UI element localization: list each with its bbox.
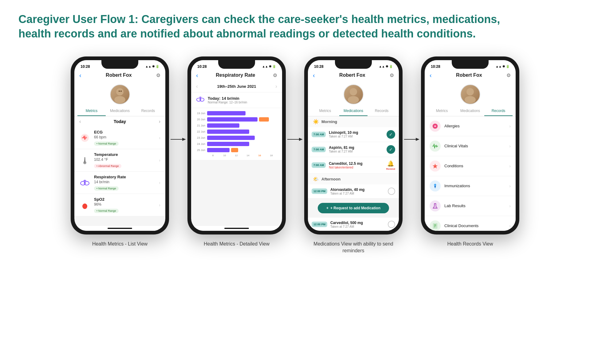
phone2: 10:28 ▲▲ ❋ 🔋 ‹ Respiratory Rate ⚙ ‹ 19th… <box>187 56 286 234</box>
phone3-tab-records[interactable]: Records <box>368 106 396 116</box>
temperature-name: Temperature <box>94 152 155 157</box>
add-med-label: + Request to add Medication <box>330 206 380 210</box>
phone4-tab-records[interactable]: Records <box>484 106 513 116</box>
respiratory-name: Respiratory Rate <box>94 175 155 179</box>
phone3-tab-metrics[interactable]: Metrics <box>311 106 339 116</box>
sun-afternoon-icon: 🌤️ <box>313 176 319 182</box>
temperature-arrow: › <box>159 158 160 163</box>
med3-status: Not taken/entered <box>329 166 383 169</box>
record-clinical-documents[interactable]: Clinical Documents › <box>425 216 516 231</box>
phone2-notch <box>218 60 255 69</box>
svg-rect-7 <box>85 160 85 163</box>
clinical-documents-icon <box>430 220 441 231</box>
phone1-tab-records[interactable]: Records <box>134 106 162 116</box>
phone3-avatar <box>344 84 364 104</box>
phone2-next-arrow[interactable]: › <box>275 83 277 90</box>
phone4-nav: ‹ Robert Fox ⚙ <box>425 70 516 81</box>
respiratory-arrow: › <box>159 180 160 185</box>
metric-ecg[interactable]: ECG 66 bpm Normal Range › <box>74 127 165 149</box>
phone1-back-icon[interactable]: ‹ <box>79 72 81 79</box>
med-lisinopril[interactable]: 7:00 AM Lisinopril, 10 mg Taken at 7:27 … <box>308 127 399 142</box>
record-immunizations[interactable]: Immunizations › <box>425 176 516 196</box>
phone3-morning-header: ☀️ Morning <box>308 116 399 127</box>
remind-label[interactable]: Remind <box>386 168 395 170</box>
med-aspirin[interactable]: 7:00 AM Aspirin, 81 mg Taken at 7:27 AM … <box>308 142 399 157</box>
phone1-next-arrow[interactable]: › <box>159 119 160 124</box>
phone4-caption: Health Records View <box>447 241 493 247</box>
svg-point-1 <box>114 96 125 103</box>
arrow2 <box>286 56 304 142</box>
lab-results-arrow: › <box>509 203 511 208</box>
allergies-arrow: › <box>509 124 511 129</box>
conditions-label: Conditions <box>444 164 505 168</box>
metric-respiratory[interactable]: Respiratory Rate 14 br/min Normal Range … <box>74 172 165 194</box>
phone4-tab-metrics[interactable]: Metrics <box>428 106 456 116</box>
phone1-caption: Health Metrics - List View <box>92 241 148 247</box>
phone2-chart: 19 Jun 20 Jun <box>191 108 282 160</box>
med2-info: Aspirin, 81 mg Taken at 7:27 AM <box>329 145 384 153</box>
spo2-badge: Normal Range <box>94 209 119 213</box>
med2-name: Aspirin, 81 mg <box>329 145 384 150</box>
phone3-status-icons: ▲▲ ❋ 🔋 <box>379 65 393 68</box>
med3-time: 7:00 AM <box>312 162 326 168</box>
svg-point-23 <box>465 96 476 103</box>
med5-check <box>388 221 395 228</box>
med-atorvastatin[interactable]: 12:00 PM Atorvastatin, 40 mg Taken at 7:… <box>308 184 399 199</box>
svg-point-22 <box>466 88 474 95</box>
phone3: 10:28 ▲▲ ❋ 🔋 ‹ Robert Fox ⚙ <box>304 56 403 234</box>
svg-point-19 <box>348 96 359 103</box>
ecg-icon <box>79 132 90 143</box>
phone2-time: 10:28 <box>197 64 207 69</box>
metric-spo2[interactable]: SpO2 96% Normal Range › <box>74 194 165 216</box>
med2-time: 7:00 AM <box>312 147 326 152</box>
phone1-date-label: Today <box>114 119 126 124</box>
med5-info: Carvedilol, 500 mg Taken at 7:27 AM <box>330 221 385 228</box>
phone4-tab-medications[interactable]: Medications <box>456 106 484 116</box>
clinical-documents-label: Clinical Documents <box>444 223 505 228</box>
immunizations-arrow: › <box>509 184 511 188</box>
clinical-vitals-arrow: › <box>509 144 511 149</box>
med-carvedilol-morning[interactable]: 7:00 AM Carvedilol, 12.5 mg Not taken/en… <box>308 157 399 174</box>
med3-info: Carvedilol, 12.5 mg Not taken/entered <box>329 161 383 169</box>
svg-point-3 <box>120 91 122 92</box>
phone3-gear-icon[interactable]: ⚙ <box>390 72 394 78</box>
phone4-status-icons: ▲▲ ❋ 🔋 <box>496 65 509 68</box>
record-clinical-vitals[interactable]: Clinical Vitals › <box>425 136 516 156</box>
ecg-badge: Normal Range <box>94 141 119 146</box>
lab-results-icon <box>430 200 441 211</box>
record-allergies[interactable]: Allergies › <box>425 116 516 136</box>
ecg-arrow: › <box>159 135 160 140</box>
plus-icon: + <box>326 206 328 210</box>
bell-remind-icon: 🔔 <box>387 160 394 167</box>
phone2-back-icon[interactable]: ‹ <box>196 72 198 79</box>
med-carvedilol-afternoon[interactable]: 12:00 PM Carvedilol, 500 mg Taken at 7:2… <box>308 218 399 231</box>
phone2-prev-arrow[interactable]: ‹ <box>196 83 198 90</box>
spo2-info: SpO2 96% Normal Range <box>94 197 155 213</box>
svg-point-0 <box>116 88 124 95</box>
phone1-gear-icon[interactable]: ⚙ <box>156 72 160 78</box>
phone4-back-icon[interactable]: ‹ <box>430 72 432 79</box>
phone4-gear-icon[interactable]: ⚙ <box>506 72 511 78</box>
phone4-nav-title: Robert Fox <box>456 72 482 78</box>
immunizations-label: Immunizations <box>444 184 505 188</box>
med4-time: 12:00 PM <box>312 188 327 194</box>
record-lab-results[interactable]: Lab Results › <box>425 196 516 216</box>
phone3-tab-medications[interactable]: Medications <box>339 106 368 116</box>
phone1: 10:28 ▲▲ ❋ 🔋 ‹ Robert Fox ⚙ <box>71 56 169 234</box>
phone1-tab-medications[interactable]: Medications <box>106 106 134 116</box>
svg-point-2 <box>119 91 120 92</box>
phone2-date-range: ‹ 19th–25th June 2021 › <box>191 81 282 92</box>
phone3-back-icon[interactable]: ‹ <box>313 72 315 79</box>
phone1-tab-metrics[interactable]: Metrics <box>77 106 106 116</box>
add-medication-button[interactable]: + + Request to add Medication <box>318 203 389 213</box>
svg-marker-21 <box>416 138 419 141</box>
phone4-avatar <box>460 84 480 104</box>
chart-x-axis: 8 10 12 14 16 18 <box>196 154 277 157</box>
phone2-gear-icon[interactable]: ⚙ <box>273 72 277 78</box>
svg-marker-13 <box>182 138 186 141</box>
metric-temperature[interactable]: Temperature 102.4 °F Abnormal Range › <box>74 149 165 172</box>
record-conditions[interactable]: Conditions › <box>425 156 516 176</box>
spo2-value: 96% <box>94 202 155 207</box>
phone1-avatar <box>110 84 130 104</box>
phone1-prev-arrow[interactable]: ‹ <box>79 119 81 124</box>
